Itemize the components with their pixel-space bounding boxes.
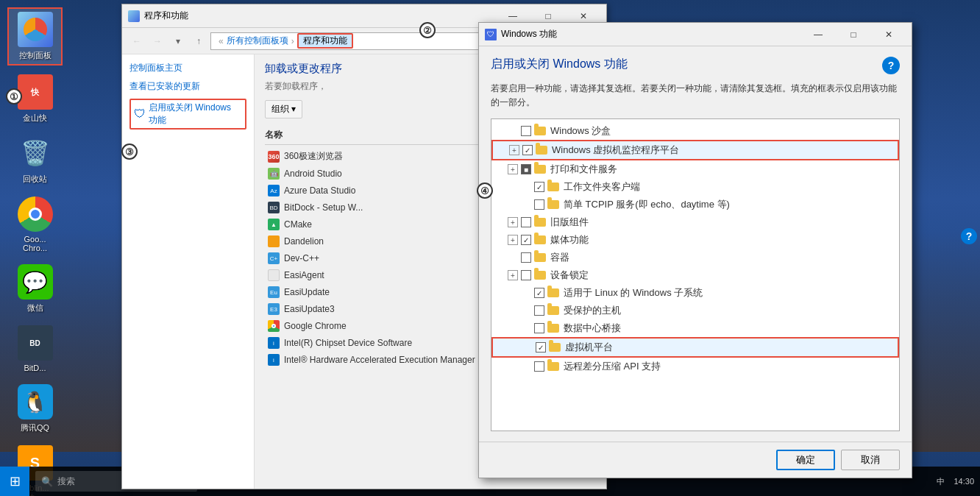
- checkbox-container[interactable]: [521, 252, 531, 263]
- tree-item-device-lock[interactable]: + 设备锁定: [491, 266, 899, 284]
- tree-item-sandbox[interactable]: Windows 沙盒: [491, 122, 899, 140]
- dialog-close-button[interactable]: ✕: [872, 24, 906, 45]
- step-badge-3: ③: [121, 144, 138, 160]
- checkbox-media[interactable]: ✓: [521, 235, 531, 245]
- breadcrumb-current: 程序和功能: [297, 33, 353, 49]
- desktop-icon-control-panel[interactable]: 控制面板: [7, 7, 63, 65]
- sidebar-link-updates[interactable]: 查看已安装的更新: [129, 80, 246, 93]
- sidebar-link-windows-features[interactable]: 🛡 启用或关闭 Windows 功能: [129, 99, 246, 130]
- ok-button[interactable]: 确定: [776, 450, 835, 470]
- checkbox-rdc[interactable]: [534, 361, 544, 372]
- window-title-icon: [128, 10, 140, 22]
- cancel-button[interactable]: 取消: [841, 450, 900, 470]
- folder-icon-wsl: [547, 288, 559, 297]
- checkbox-vm-platform[interactable]: ✓: [536, 342, 546, 352]
- folder-icon-protected-host: [547, 306, 559, 315]
- folder-icon-media: [534, 235, 546, 244]
- up-button[interactable]: ↑: [190, 32, 207, 50]
- forward-button[interactable]: →: [149, 32, 166, 50]
- control-panel-icon: [18, 12, 53, 47]
- tree-item-container[interactable]: 容器: [491, 249, 899, 266]
- breadcrumb-all-items[interactable]: 所有控制面板项: [227, 35, 288, 47]
- recent-locations-button[interactable]: ▾: [169, 32, 187, 50]
- tree-item-protected-host[interactable]: 受保护的主机: [491, 302, 899, 319]
- tree-item-legacy[interactable]: + 旧版组件: [491, 213, 899, 231]
- folder-icon-device-lock: [534, 271, 546, 280]
- dialog-main-title: 启用或关闭 Windows 功能: [491, 57, 875, 72]
- checkbox-sandbox[interactable]: [521, 126, 531, 136]
- checkbox-print[interactable]: ■: [521, 164, 531, 174]
- tree-item-rdc[interactable]: 远程差分压缩 API 支持: [491, 358, 899, 375]
- dialog-title-text: Windows 功能: [501, 28, 801, 40]
- step-badge-4: ④: [477, 183, 493, 199]
- dialog-maximize-button[interactable]: □: [837, 24, 870, 45]
- folder-icon-rdc: [547, 362, 559, 371]
- qq-icon: 🐧: [18, 384, 53, 419]
- expand-print[interactable]: +: [508, 164, 518, 174]
- tree-item-media[interactable]: + ✓ 媒体功能: [491, 231, 899, 249]
- checkbox-wsl[interactable]: ✓: [534, 288, 544, 298]
- folder-icon-datacenter: [547, 324, 559, 333]
- desktop: 控制面板 快 金山快 🗑️ 回收站 Goo...Chro... 💬: [0, 0, 980, 496]
- window-title-text: 程序和功能: [144, 10, 496, 22]
- folder-icon: [534, 127, 546, 135]
- app-icon-360: 360: [268, 151, 280, 163]
- tree-item-wsl[interactable]: ✓ 适用于 Linux 的 Windows 子系统: [491, 284, 899, 302]
- tree-item-print[interactable]: + ■ 打印和文件服务: [491, 160, 899, 178]
- checkbox-device-lock[interactable]: [521, 270, 531, 280]
- features-tree[interactable]: Windows 沙盒 + ✓ Windows 虚拟机监控程序平台 + ■ 打印和…: [491, 118, 900, 431]
- start-button[interactable]: ⊞: [0, 467, 29, 496]
- checkbox-hypervisor[interactable]: ✓: [522, 145, 533, 155]
- sidebar-link-home[interactable]: 控制面板主页: [129, 62, 246, 74]
- organize-button[interactable]: 组织 ▾: [265, 100, 302, 118]
- checkbox-datacenter[interactable]: [534, 323, 544, 333]
- expand-media[interactable]: +: [508, 235, 518, 245]
- app-icon-easiagent: [268, 269, 280, 281]
- dialog-titlebar: 🛡 Windows 功能 — □ ✕: [479, 23, 912, 46]
- bitdock-label: BitD...: [24, 364, 46, 372]
- windows-features-dialog: 🛡 Windows 功能 — □ ✕ 启用或关闭 Windows 功能 ? 若要…: [478, 22, 912, 478]
- dialog-content: 启用或关闭 Windows 功能 ? 若要启用一种功能，请选择其复选框。若要关闭…: [479, 46, 912, 442]
- tree-item-tcpip[interactable]: 简单 TCPIP 服务(即 echo、daytime 等): [491, 196, 899, 213]
- app-icon-bitdock: BD: [268, 202, 280, 213]
- dialog-description: 若要启用一种功能，请选择其复选框。若要关闭一种功能，请清除其复选框。填充的框表示…: [491, 82, 900, 110]
- expand-legacy[interactable]: +: [508, 217, 518, 227]
- help-icon[interactable]: ?: [882, 57, 900, 74]
- tree-item-datacenter[interactable]: 数据中心桥接: [491, 319, 899, 337]
- app-icon-android: 🤖: [268, 168, 280, 180]
- desktop-icon-bitdock[interactable]: BD BitD...: [7, 322, 63, 375]
- tree-item-work-folders[interactable]: ✓ 工作文件夹客户端: [491, 178, 899, 196]
- desktop-icon-wechat[interactable]: 💬 微信: [7, 261, 63, 316]
- expand-device-lock[interactable]: +: [508, 270, 518, 280]
- app-icon-intel2: i: [268, 354, 280, 366]
- search-icon: 🔍: [41, 476, 53, 487]
- desktop-icon-chrome[interactable]: Goo...Chro...: [7, 194, 63, 255]
- desktop-icon-recycle[interactable]: 🗑️ 回收站: [7, 132, 63, 188]
- panel-sidebar: 控制面板主页 查看已安装的更新 🛡 启用或关闭 Windows 功能: [122, 54, 255, 489]
- checkbox-work-folders[interactable]: ✓: [534, 182, 544, 192]
- back-button[interactable]: ←: [128, 32, 146, 50]
- dialog-title-row: 启用或关闭 Windows 功能 ?: [491, 57, 900, 74]
- chrome-icon: [18, 196, 53, 232]
- folder-icon-tcpip: [547, 200, 559, 209]
- app-icon-devcpp: C+: [268, 252, 280, 264]
- desktop-icon-qq[interactable]: 🐧 腾讯QQ: [7, 381, 63, 436]
- tree-item-hypervisor-platform[interactable]: + ✓ Windows 虚拟机监控程序平台: [491, 140, 899, 160]
- expand-hypervisor[interactable]: +: [509, 145, 519, 155]
- dialog-minimize-button[interactable]: —: [801, 24, 835, 45]
- folder-icon-work-folders: [547, 183, 559, 191]
- dialog-title-icon: 🛡: [485, 29, 497, 40]
- bitdock-icon: BD: [18, 325, 53, 361]
- step-badge-2: ②: [419, 22, 436, 38]
- step-badge-1: ①: [6, 88, 22, 104]
- dialog-window-controls: — □ ✕: [801, 24, 906, 45]
- checkbox-legacy[interactable]: [521, 217, 531, 227]
- checkbox-tcpip[interactable]: [534, 199, 544, 210]
- tree-item-vm-platform[interactable]: ✓ 虚拟机平台: [491, 337, 899, 358]
- app-icon-azure: Az: [268, 185, 280, 196]
- folder-icon-print: [534, 165, 546, 174]
- app-icon-dandelion: [268, 235, 280, 247]
- checkbox-protected-host[interactable]: [534, 305, 544, 316]
- sidebar-help-icon[interactable]: ?: [961, 228, 977, 244]
- app-icon-easiupdate3: E3: [268, 303, 280, 315]
